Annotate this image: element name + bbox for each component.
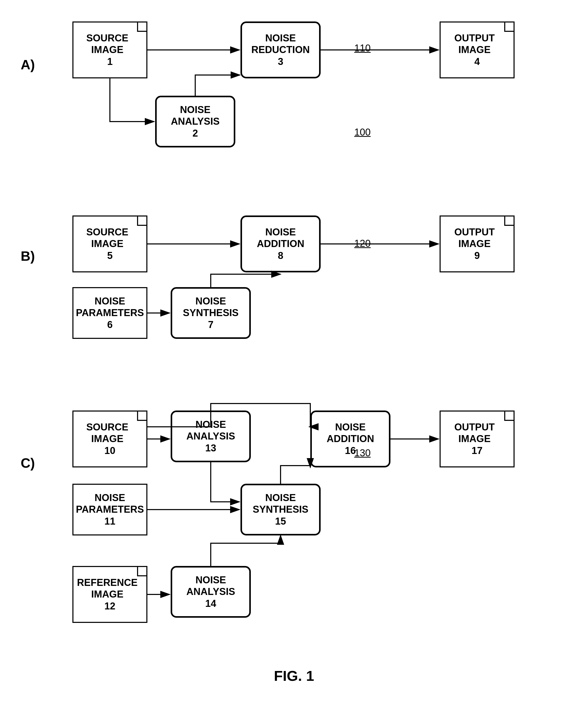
reference-image-12-label: REFERENCE IMAGE [77,577,143,601]
noise-parameters-6-label: NOISE PARAMETERS [76,295,144,319]
noise-addition-8-label: NOISE ADDITION [257,226,304,250]
noise-synthesis-15-label: NOISE SYNTHESIS [253,492,308,515]
output-image-4-number: 4 [474,56,480,68]
source-image-10-label: SOURCE IMAGE [86,421,134,445]
box-noise-synthesis-7: NOISE SYNTHESIS 7 [171,287,251,339]
doc-corner-12 [137,567,146,576]
doc-corner-17 [504,412,514,421]
noise-synthesis-7-label: NOISE SYNTHESIS [183,295,238,319]
box-noise-analysis-14: NOISE ANALYSIS 14 [171,566,251,618]
source-image-5-label: SOURCE IMAGE [86,226,134,250]
output-image-9-label: OUTPUT IMAGE [454,226,500,250]
box-noise-addition-8: NOISE ADDITION 8 [241,215,321,272]
diagram-container: A) SOURCE IMAGE 1 NOISE REDUCTION 3 OUTP… [0,0,588,701]
source-image-1-number: 1 [107,56,112,68]
ref-130: 130 [354,448,370,459]
noise-analysis-2-label: NOISE ANALYSIS [171,104,220,128]
noise-addition-8-number: 8 [278,250,283,262]
section-b-label: B) [21,248,35,264]
box-source-image-1: SOURCE IMAGE 1 [72,21,148,78]
doc-corner-1 [137,22,146,32]
box-noise-parameters-6: NOISE PARAMETERS 6 [72,287,148,339]
noise-analysis-14-number: 14 [205,598,216,610]
ref-100: 100 [354,127,370,138]
noise-reduction-3-label: NOISE REDUCTION [251,32,310,56]
noise-analysis-13-number: 13 [205,442,216,454]
ref-110: 110 [354,43,370,54]
box-source-image-5: SOURCE IMAGE 5 [72,215,148,272]
box-output-image-17: OUTPUT IMAGE 17 [439,411,515,467]
box-noise-reduction-3: NOISE REDUCTION 3 [241,21,321,78]
doc-corner-10 [137,412,146,421]
figure-caption: FIG. 1 [0,667,588,684]
output-image-17-number: 17 [472,445,483,457]
noise-parameters-11-label: NOISE PARAMETERS [76,492,144,515]
noise-addition-16-label: NOISE ADDITION [327,421,374,445]
reference-image-12-number: 12 [104,601,115,612]
box-noise-analysis-2: NOISE ANALYSIS 2 [155,96,235,148]
box-noise-synthesis-15: NOISE SYNTHESIS 15 [241,484,321,535]
box-source-image-10: SOURCE IMAGE 10 [72,411,148,467]
section-a-label: A) [21,57,35,72]
noise-synthesis-7-number: 7 [208,319,213,331]
source-image-1-label: SOURCE IMAGE [86,32,134,56]
box-noise-addition-16: NOISE ADDITION 16 [310,411,390,467]
box-noise-analysis-13: NOISE ANALYSIS 13 [171,411,251,462]
doc-corner-4 [504,22,514,32]
noise-synthesis-15-number: 15 [275,515,286,527]
output-image-9-number: 9 [474,250,480,262]
source-image-10-number: 10 [104,445,115,457]
doc-corner-5 [137,217,146,226]
box-reference-image-12: REFERENCE IMAGE 12 [72,566,148,623]
noise-analysis-13-label: NOISE ANALYSIS [187,419,235,442]
noise-analysis-2-number: 2 [192,128,198,140]
source-image-5-number: 5 [107,250,112,262]
box-output-image-9: OUTPUT IMAGE 9 [439,215,515,272]
noise-parameters-6-number: 6 [107,319,112,331]
section-c-label: C) [21,455,35,471]
box-output-image-4: OUTPUT IMAGE 4 [439,21,515,78]
doc-corner-9 [504,217,514,226]
noise-parameters-11-number: 11 [104,515,115,527]
box-noise-parameters-11: NOISE PARAMETERS 11 [72,484,148,535]
output-image-4-label: OUTPUT IMAGE [454,32,500,56]
output-image-17-label: OUTPUT IMAGE [454,421,500,445]
ref-120: 120 [354,238,370,249]
noise-reduction-3-number: 3 [278,56,283,68]
noise-analysis-14-label: NOISE ANALYSIS [187,574,235,598]
